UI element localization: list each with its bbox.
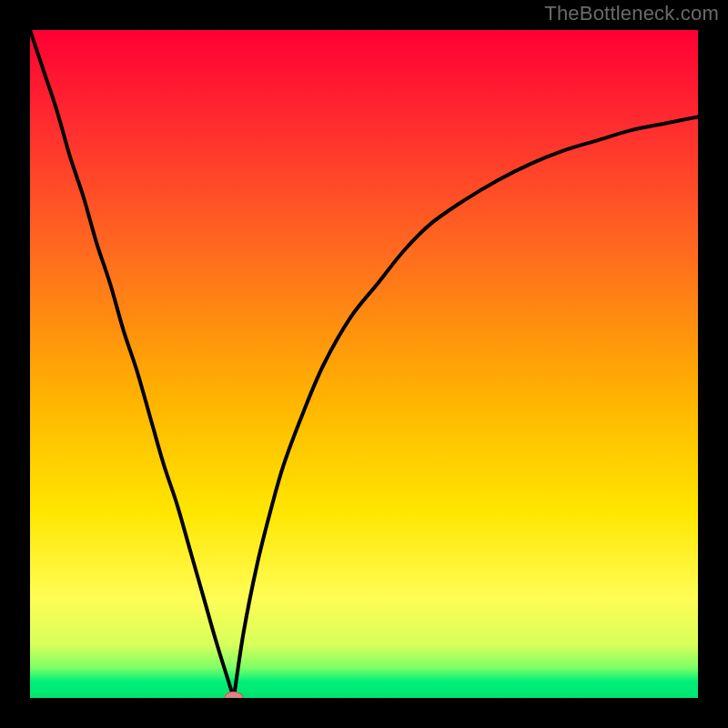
chart-plot <box>30 30 698 698</box>
watermark-text: TheBottleneck.com <box>544 2 719 25</box>
chart-frame: TheBottleneck.com <box>0 0 728 728</box>
gradient-background <box>30 30 698 698</box>
